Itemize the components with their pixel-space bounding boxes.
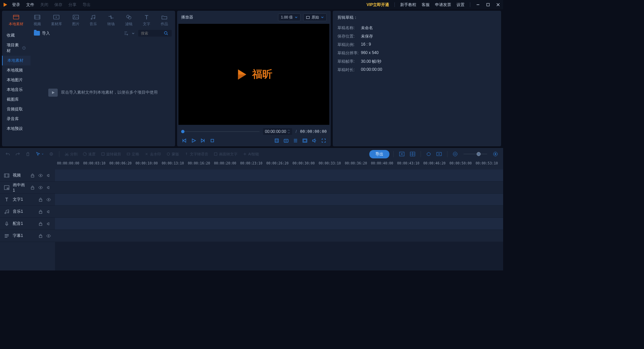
track-row-voice[interactable]	[55, 218, 503, 230]
media-dropzone[interactable]: 双击导入素材文件到本地素材，以便在多个项目中使用	[31, 39, 175, 146]
mode-select[interactable]: 原始	[303, 13, 327, 21]
close-button[interactable]	[496, 2, 500, 7]
settings-link[interactable]: 设置	[457, 2, 465, 8]
tab-music[interactable]: 音乐	[87, 13, 100, 28]
menu-share[interactable]: 分享	[68, 2, 76, 8]
menu-login[interactable]: 登录	[12, 2, 20, 8]
volume-button[interactable]	[311, 138, 317, 144]
tab-library[interactable]: 素材库	[48, 13, 65, 28]
prev-frame-button[interactable]	[181, 138, 187, 144]
rotate-crop-button[interactable]: 旋转裁剪	[100, 151, 122, 157]
lock-icon[interactable]	[38, 221, 43, 226]
tab-image[interactable]: 图片	[69, 13, 83, 28]
mute-icon[interactable]	[46, 173, 51, 178]
watermark-button[interactable]: 去水印	[143, 151, 162, 157]
track-row-pip[interactable]	[55, 182, 503, 194]
sidebar-item-screenshot[interactable]: 截图库	[2, 95, 31, 104]
mask-button[interactable]: 蒙版	[165, 151, 180, 157]
zoom-slider[interactable]	[464, 154, 487, 154]
ocr-button[interactable]: 画面转文字	[212, 151, 239, 157]
track-row-text[interactable]	[55, 194, 503, 206]
lock-icon[interactable]	[38, 209, 43, 214]
track-layout-button[interactable]	[409, 151, 417, 157]
minimize-button[interactable]	[476, 2, 480, 7]
eye-icon[interactable]	[46, 234, 51, 238]
play-button[interactable]	[191, 138, 197, 144]
sidebar-item-favorites[interactable]: 收藏	[2, 31, 31, 40]
sidebar-item-audioextract[interactable]: 音频提取	[2, 104, 31, 114]
marker-button[interactable]	[425, 151, 432, 157]
export-button[interactable]: 导出	[369, 150, 389, 158]
lock-icon[interactable]	[38, 234, 43, 238]
track-subtitle[interactable]: 字幕1	[0, 230, 55, 242]
menu-close[interactable]: 关闭	[40, 2, 48, 8]
lock-icon[interactable]	[38, 197, 43, 202]
cut-button[interactable]: 分割	[63, 151, 79, 157]
track-row-video[interactable]	[55, 169, 503, 182]
timeline-ruler[interactable]: 00:00:00:0000:00:03:1000:00:06:2000:00:1…	[55, 160, 503, 169]
undo-button[interactable]	[4, 151, 11, 157]
zoom-in-button[interactable]	[492, 151, 499, 157]
dropdown-icon[interactable]	[131, 31, 136, 36]
sidebar-item-project[interactable]: 项目素材?	[2, 40, 31, 56]
lock-icon[interactable]	[30, 185, 35, 190]
tutorial-link[interactable]: 新手教程	[400, 2, 416, 8]
crop-button[interactable]	[274, 138, 280, 144]
track-voice[interactable]: 配音1	[0, 218, 55, 230]
tab-text[interactable]: 文字	[140, 13, 153, 28]
cursor-button[interactable]	[34, 151, 45, 157]
track-row-music[interactable]	[55, 206, 503, 218]
tab-filter[interactable]: 滤镜	[122, 13, 136, 28]
mute-icon[interactable]	[46, 209, 51, 214]
stop-button[interactable]	[209, 138, 215, 144]
tab-video[interactable]: 视频	[31, 13, 44, 28]
current-timecode[interactable]: 00:00:00:00	[263, 128, 292, 135]
track-music[interactable]: 音乐1	[0, 206, 55, 218]
sidebar-item-localvideo[interactable]: 本地视频	[2, 65, 31, 75]
sidebar-item-preset[interactable]: 本地预设	[2, 124, 31, 134]
zoom-slider-thumb[interactable]	[477, 152, 481, 156]
service-link[interactable]: 客服	[422, 2, 430, 8]
list-button[interactable]	[292, 138, 299, 144]
search-input[interactable]	[141, 31, 164, 35]
tts-button[interactable]: 文字转语音	[183, 151, 210, 157]
speed-button[interactable]: 速度	[82, 151, 97, 157]
keyframe-button[interactable]	[435, 151, 443, 157]
stepper-icon[interactable]	[287, 129, 290, 134]
menu-export[interactable]: 导出	[83, 2, 91, 8]
snapshot-button[interactable]	[283, 138, 289, 144]
search-button[interactable]	[164, 31, 168, 36]
mute-icon[interactable]	[46, 185, 51, 190]
tab-works[interactable]: 作品	[158, 13, 171, 28]
next-frame-button[interactable]	[200, 138, 206, 144]
menu-file[interactable]: 文件	[26, 2, 34, 8]
import-button[interactable]: 导入	[34, 31, 50, 36]
sidebar-item-local[interactable]: 本地素材	[2, 56, 31, 65]
safe-area-button[interactable]	[302, 138, 308, 144]
sidebar-item-localimage[interactable]: 本地图片	[2, 75, 31, 85]
track-row-subtitle[interactable]	[55, 230, 503, 242]
scrubber-thumb[interactable]	[181, 130, 184, 133]
track-text[interactable]: 文字1	[0, 194, 55, 206]
scrubber-track[interactable]	[181, 131, 260, 132]
ai-button[interactable]: AI智能	[241, 151, 260, 157]
track-pip[interactable]: 画中画1	[0, 182, 55, 194]
player-viewport[interactable]: 福昕	[178, 24, 329, 125]
lock-icon[interactable]	[30, 173, 35, 178]
maximize-button[interactable]	[486, 2, 490, 7]
eye-icon[interactable]	[38, 185, 43, 190]
fullscreen-button[interactable]	[321, 138, 327, 144]
redo-button[interactable]	[14, 151, 21, 157]
invoice-link[interactable]: 申请发票	[435, 2, 451, 8]
sort-icon[interactable]	[123, 31, 128, 36]
zoom-select[interactable]: 1.00 倍	[278, 13, 301, 21]
pin-button[interactable]: 定格	[125, 151, 141, 157]
sidebar-item-localmusic[interactable]: 本地音乐	[2, 85, 31, 95]
track-video[interactable]: 视频	[0, 169, 55, 182]
eye-icon[interactable]	[38, 173, 43, 178]
zoom-out-button[interactable]	[451, 151, 459, 157]
tab-local[interactable]: 本地素材	[6, 13, 26, 28]
menu-save[interactable]: 保存	[54, 2, 62, 8]
timeline-tracks[interactable]: 00:00:00:0000:00:03:1000:00:06:2000:00:1…	[55, 160, 503, 270]
vip-link[interactable]: VIP立即开通	[367, 2, 389, 8]
